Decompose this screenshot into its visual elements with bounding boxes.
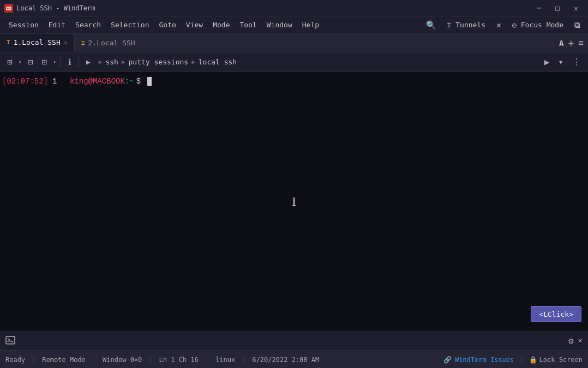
more-button[interactable]: ⋮ (569, 55, 584, 69)
tabbar-controls: A + ≡ (555, 34, 588, 52)
app-icon (4, 4, 13, 13)
username: king@MACBOOK (70, 75, 125, 87)
menu-help[interactable]: Help (298, 19, 323, 31)
close-panel-icon[interactable]: ✕ (578, 336, 583, 346)
window-title: Local SSH - WindTerm (16, 4, 533, 12)
windterm-issues-link[interactable]: WindTerm Issues (455, 356, 514, 364)
icon-bar: ⚙ ✕ (0, 331, 588, 351)
menu-tool[interactable]: Tool (235, 19, 261, 31)
prompt-separator: :~ (125, 75, 134, 87)
tab1-icon: ⌶ (7, 39, 10, 46)
restore-button[interactable]: □ (552, 3, 563, 14)
divider6: | (519, 356, 523, 364)
run-button[interactable]: ▶ (83, 56, 93, 68)
menu-search[interactable]: Search (71, 19, 105, 31)
new-session-button[interactable]: ⊞ (4, 55, 15, 69)
menu-mode[interactable]: Mode (208, 19, 234, 31)
terminal-cursor (147, 77, 152, 86)
menu-selection[interactable]: Selection (106, 19, 153, 31)
lock-icon: 🔒 (529, 356, 537, 364)
lclick-button[interactable]: <LClick> (531, 306, 581, 322)
window-size: Window 0×0 (103, 356, 142, 364)
breadcrumb-ssh: ssh (105, 58, 118, 66)
tab-1-local-ssh[interactable]: ⌶ 1.Local SSH ✕ (0, 34, 75, 52)
i-beam-cursor: I (292, 194, 296, 209)
titlebar: Local SSH - WindTerm − □ ✕ (0, 0, 588, 16)
breadcrumb-arrow1: ▶ (99, 58, 103, 66)
add-tab-button[interactable]: + (568, 37, 574, 49)
focus-mode-button[interactable]: ◎ Focus Mode (509, 20, 567, 30)
info-button[interactable]: ℹ (65, 56, 74, 69)
tab-menu-button[interactable]: ≡ (578, 38, 584, 48)
toolbar-right: ▶ ▾ ⋮ (542, 55, 584, 69)
layout-button[interactable]: ⧉ (571, 19, 584, 31)
separator1 (61, 57, 61, 68)
collapse-button[interactable]: ▾ (555, 55, 566, 69)
font-size-indicator: A (559, 39, 563, 48)
menu-goto[interactable]: Goto (155, 19, 181, 31)
tunnels-button[interactable]: ⌶ Tunnels (444, 20, 489, 30)
statusbar-left: Ready | Remote Mode | Window 0×0 | Ln 1 … (5, 356, 319, 364)
split-dropdown[interactable]: ▾ (53, 59, 56, 65)
breadcrumb-putty: putty sessions (129, 58, 189, 66)
prompt-dollar: $ (136, 75, 141, 87)
toolbar: ⊞ ▾ ⊟ ⊡ ▾ ℹ ▶ ▶ ssh ▶ putty sessions ▶ l… (0, 52, 588, 72)
menubar-right: 🔍 ⌶ Tunnels ✕ ◎ Focus Mode ⧉ (423, 19, 584, 31)
breadcrumb-arrow2: ▶ (122, 58, 125, 66)
network-icon: 🔗 (443, 356, 452, 364)
breadcrumb: ▶ ssh ▶ putty sessions ▶ local ssh (99, 58, 237, 66)
close-section-button[interactable]: ✕ (493, 19, 505, 31)
terminal-small-icon[interactable] (5, 335, 15, 347)
tabbar: ⌶ 1.Local SSH ✕ ⌶ 2.Local SSH A + ≡ (0, 34, 588, 52)
menu-view[interactable]: View (182, 19, 207, 31)
terminal-content: [02:07:52] 1 king@MACBOOK:~$ (0, 72, 588, 91)
separator2 (79, 57, 79, 68)
lock-screen-label: Lock Screen (539, 356, 583, 364)
tab2-label: 2.Local SSH (88, 39, 135, 47)
line-number: 1 (52, 75, 63, 87)
minimize-button[interactable]: − (533, 3, 544, 14)
terminal-area[interactable]: [02:07:52] 1 king@MACBOOK:~$ I <LClick> (0, 72, 588, 331)
menu-session[interactable]: Session (4, 19, 43, 31)
tab1-close[interactable]: ✕ (64, 39, 68, 46)
divider4: | (205, 356, 209, 364)
settings-icon[interactable]: ⚙ (568, 336, 574, 346)
cursor-position: Ln 1 Ch 16 (159, 356, 199, 364)
window-controls: − □ ✕ (533, 3, 581, 14)
tab-2-local-ssh[interactable]: ⌶ 2.Local SSH (75, 34, 142, 52)
tab2-icon: ⌶ (81, 39, 85, 46)
search-button[interactable]: 🔍 (423, 19, 440, 31)
breadcrumb-arrow3: ▶ (191, 58, 195, 66)
close-button[interactable]: ✕ (571, 3, 581, 14)
os-indicator: linux (215, 356, 235, 364)
remote-mode: Remote Mode (42, 356, 85, 364)
ready-status: Ready (5, 356, 25, 364)
menubar: Session Edit Search Selection Goto View … (0, 16, 588, 34)
dropdown-arrow[interactable]: ▾ (19, 59, 22, 65)
menu-edit[interactable]: Edit (44, 19, 70, 31)
divider3: | (148, 356, 152, 364)
expand-button[interactable]: ▶ (542, 55, 553, 69)
menu-window[interactable]: Window (262, 19, 297, 31)
split-v-button[interactable]: ⊡ (39, 55, 50, 69)
timestamp: [02:07:52] (2, 75, 48, 87)
statusbar: Ready | Remote Mode | Window 0×0 | Ln 1 … (0, 351, 588, 368)
datetime: 6/20/2022 2:08 AM (252, 356, 319, 364)
tab1-label: 1.Local SSH (14, 38, 61, 46)
statusbar-right: 🔗 WindTerm Issues | 🔒 Lock Screen (443, 356, 583, 364)
breadcrumb-local-ssh: local ssh (199, 58, 237, 66)
terminal-line-1: [02:07:52] 1 king@MACBOOK:~$ (2, 75, 586, 87)
lock-screen-button[interactable]: 🔒 Lock Screen (529, 356, 583, 364)
split-h-button[interactable]: ⊟ (25, 55, 36, 69)
divider2: | (92, 356, 96, 364)
divider5: | (242, 356, 245, 364)
divider1: | (32, 356, 35, 364)
iconbar-right: ⚙ ✕ (568, 336, 583, 346)
